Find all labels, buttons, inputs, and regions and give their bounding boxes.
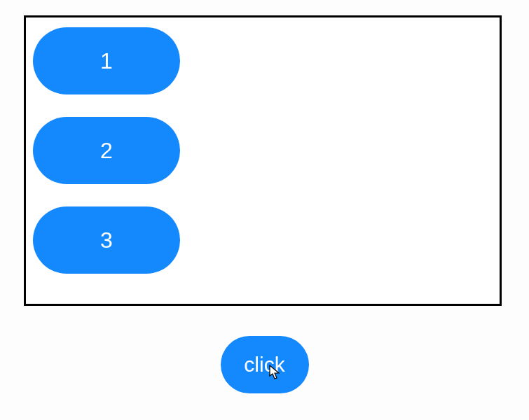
item-2-button[interactable]: 2	[33, 117, 180, 184]
click-button-wrap: click	[0, 336, 529, 393]
item-list: 1 2 3	[33, 27, 493, 274]
item-container: 1 2 3	[24, 15, 502, 306]
item-label: 3	[100, 227, 113, 253]
item-3-button[interactable]: 3	[33, 206, 180, 274]
item-1-button[interactable]: 1	[33, 27, 180, 94]
click-button[interactable]: click	[221, 336, 309, 393]
item-label: 1	[100, 48, 113, 74]
click-button-label: click	[244, 353, 284, 377]
item-label: 2	[100, 138, 113, 164]
